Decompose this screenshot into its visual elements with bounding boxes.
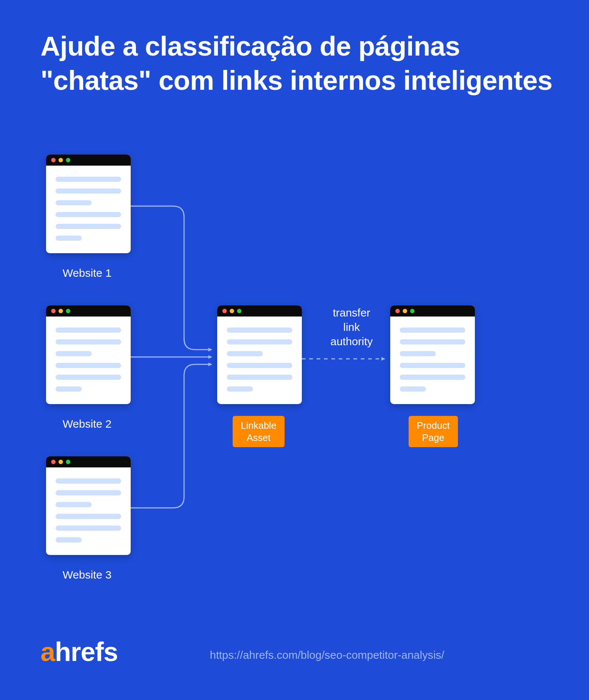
linkable-asset-badge: Linkable Asset [233,416,285,447]
product-page-badge: Product Page [409,416,458,447]
website-3-label: Website 3 [63,569,112,581]
window-dot-yellow-icon [59,460,63,464]
window-dot-red-icon [51,309,56,313]
logo-accent: a [40,637,55,667]
content-line [400,386,426,392]
website-2-card [46,305,131,404]
window-dot-green-icon [66,460,70,464]
content-line [56,514,121,519]
diagram-title: Ajude a classificação de páginas "chatas… [40,29,556,98]
connector-w3-to-asset [131,364,212,508]
browser-body [217,317,302,404]
browser-body [46,467,131,555]
content-line [56,537,82,542]
content-line [56,339,121,344]
content-line [227,328,292,333]
browser-bar [46,155,131,166]
content-line [56,188,121,194]
content-line [400,328,465,333]
window-dot-red-icon [51,460,56,464]
window-dot-red-icon [222,309,227,313]
content-line [56,526,121,531]
window-dot-yellow-icon [230,309,234,313]
browser-bar [46,305,131,317]
content-line [56,363,121,368]
website-1-card [46,155,131,253]
window-dot-green-icon [66,158,70,162]
content-line [56,200,92,205]
browser-bar [390,305,475,317]
window-dot-green-icon [66,309,70,313]
content-line [56,224,121,229]
content-line [56,236,82,241]
content-line [56,212,121,217]
website-2-label: Website 2 [63,418,112,430]
content-line [400,363,465,368]
content-line [400,351,436,356]
logo-rest: hrefs [55,637,118,667]
product-page-card [390,305,475,404]
connector-w1-to-asset [131,206,212,350]
browser-body [390,317,475,404]
content-line [227,351,263,356]
window-dot-green-icon [410,309,415,313]
website-1-label: Website 1 [63,267,112,279]
window-dot-green-icon [237,309,241,313]
window-dot-red-icon [51,158,56,162]
linkable-asset-card [217,305,302,404]
content-line [56,490,121,495]
content-line [56,502,92,507]
window-dot-yellow-icon [403,309,407,313]
footer-url: https://ahrefs.com/blog/seo-competitor-a… [210,649,444,661]
window-dot-red-icon [395,309,400,313]
content-line [56,177,121,182]
content-line [56,386,82,392]
browser-body [46,317,131,404]
browser-bar [46,456,131,467]
content-line [56,478,121,484]
content-line [400,375,465,380]
content-line [227,339,292,344]
content-line [56,375,121,380]
content-line [227,375,292,380]
content-line [56,351,92,356]
window-dot-yellow-icon [59,309,63,313]
ahrefs-logo: ahrefs [40,637,118,667]
content-line [400,339,465,344]
content-line [227,363,292,368]
content-line [227,386,253,392]
website-3-card [46,456,131,555]
content-line [56,328,121,333]
browser-bar [217,305,302,317]
transfer-authority-label: transfer link authority [324,305,379,349]
window-dot-yellow-icon [59,158,63,162]
browser-body [46,166,131,253]
